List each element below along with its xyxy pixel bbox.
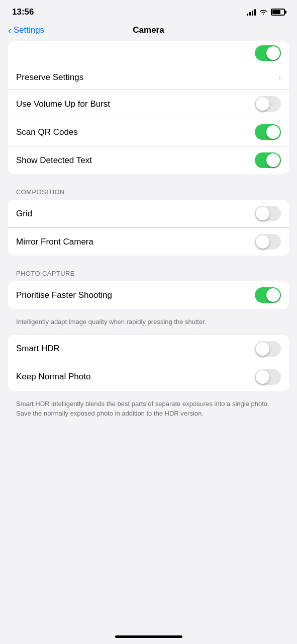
settings-group-photo-capture: Prioritise Faster Shooting (8, 281, 289, 309)
settings-group-composition: Grid Mirror Front Camera (8, 200, 289, 256)
settings-row-mirror-front-camera[interactable]: Mirror Front Camera (8, 228, 289, 256)
scan-qr-label: Scan QR Codes (16, 127, 78, 137)
hdr-description: Smart HDR intelligently blends the best … (0, 395, 297, 427)
battery-icon (271, 9, 285, 16)
preserve-settings-right: › (278, 73, 281, 82)
partial-top-row (8, 41, 289, 65)
settings-row-volume-burst[interactable]: Use Volume Up for Burst (8, 90, 289, 118)
grid-label: Grid (16, 209, 32, 219)
toggle-volume-burst[interactable] (255, 96, 281, 112)
settings-row-grid[interactable]: Grid (8, 200, 289, 228)
toggle-keep-normal-photo[interactable] (255, 369, 281, 385)
status-bar: 13:56 (0, 0, 297, 21)
settings-row-prioritise-faster-shooting[interactable]: Prioritise Faster Shooting (8, 281, 289, 309)
settings-row-keep-normal-photo[interactable]: Keep Normal Photo (8, 363, 289, 391)
photo-capture-description: Intelligently adapt image quality when r… (0, 313, 297, 335)
page-title: Camera (133, 25, 164, 35)
home-indicator (115, 635, 182, 638)
back-button[interactable]: ‹ Settings (8, 25, 44, 35)
smart-hdr-label: Smart HDR (16, 344, 60, 354)
status-icons (247, 9, 285, 16)
back-chevron-icon: ‹ (8, 25, 12, 35)
toggle-mirror-front-camera[interactable] (255, 234, 281, 250)
preserve-settings-label: Preserve Settings (16, 72, 83, 83)
composition-section-header: COMPOSITION (0, 178, 297, 200)
settings-row-show-detected-text[interactable]: Show Detected Text (8, 146, 289, 174)
mirror-front-camera-label: Mirror Front Camera (16, 237, 93, 247)
settings-row-smart-hdr[interactable]: Smart HDR (8, 335, 289, 363)
status-time: 13:56 (12, 7, 34, 17)
toggle-smart-hdr[interactable] (255, 341, 281, 357)
toggle-grid[interactable] (255, 206, 281, 221)
settings-group-hdr: Smart HDR Keep Normal Photo (8, 335, 289, 391)
settings-row-preserve-settings[interactable]: Preserve Settings › (8, 65, 289, 90)
toggle-prioritise-faster-shooting[interactable] (255, 287, 281, 303)
keep-normal-photo-label: Keep Normal Photo (16, 372, 90, 382)
back-label: Settings (14, 25, 44, 35)
show-detected-text-label: Show Detected Text (16, 155, 92, 166)
chevron-right-icon: › (278, 73, 281, 82)
toggle-show-detected-text[interactable] (255, 152, 281, 168)
toggle-partial-top[interactable] (255, 45, 281, 61)
volume-burst-label: Use Volume Up for Burst (16, 99, 110, 109)
wifi-icon (259, 9, 268, 16)
settings-row-scan-qr[interactable]: Scan QR Codes (8, 118, 289, 146)
settings-group-top-partial: Preserve Settings › Use Volume Up for Bu… (8, 41, 289, 174)
toggle-scan-qr[interactable] (255, 124, 281, 140)
prioritise-faster-shooting-label: Prioritise Faster Shooting (16, 290, 112, 300)
nav-bar: ‹ Settings Camera (0, 21, 297, 41)
photo-capture-section-header: PHOTO CAPTURE (0, 260, 297, 281)
signal-bars-icon (247, 9, 256, 16)
